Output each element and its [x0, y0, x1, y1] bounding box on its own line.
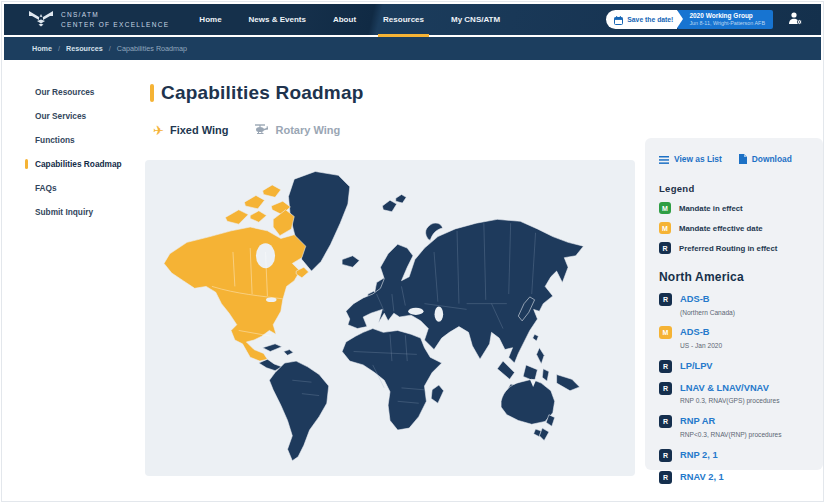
legend-list: M Mandate in effect M Mandate effective … — [659, 202, 809, 254]
page-title: Capabilities Roadmap — [161, 82, 364, 104]
capability-subtext: (Northern Canada) — [680, 308, 798, 318]
region-title: North America — [659, 270, 809, 284]
capability-badge: R — [659, 415, 672, 428]
capability-link[interactable]: ADS-B — [680, 326, 798, 339]
download-label: Download — [752, 154, 792, 164]
brand-org: CNS/ATM — [61, 10, 169, 20]
air-force-logo-icon — [28, 8, 54, 32]
save-the-date-label: Save the date! — [627, 16, 673, 23]
breadcrumb-separator: / — [58, 44, 60, 53]
helicopter-icon — [254, 121, 269, 139]
capability-item: R LP/LPV — [659, 360, 809, 373]
page: CNS/ATM Center of Excellence Home News &… — [4, 4, 821, 499]
brand[interactable]: CNS/ATM Center of Excellence — [4, 8, 169, 32]
page-title-block: Capabilities Roadmap — [150, 82, 364, 104]
tab-rotary-wing[interactable]: Rotary Wing — [254, 121, 340, 139]
breadcrumb-separator: / — [109, 44, 111, 53]
tab-rotary-wing-label: Rotary Wing — [275, 124, 340, 136]
nav-item[interactable]: News & Events — [249, 4, 306, 35]
capability-link[interactable]: RNAV 2, 1 — [680, 471, 724, 484]
download-document-icon — [739, 150, 747, 168]
panel-actions: View as List Download — [659, 150, 809, 168]
tab-fixed-wing[interactable]: ✈ Fixed Wing — [153, 124, 228, 137]
nav-item[interactable]: Resources — [383, 4, 424, 35]
world-map — [145, 160, 635, 476]
working-group-title: 2020 Working Group — [689, 12, 765, 20]
sidebar-item[interactable]: Our Resources — [4, 80, 144, 104]
title-accent-bar — [150, 84, 154, 102]
sidebar-item[interactable]: FAQs — [4, 176, 144, 200]
capability-badge: R — [659, 293, 672, 306]
map-region-south-america — [269, 361, 328, 461]
map-region-africa — [342, 329, 442, 431]
breadcrumb-item[interactable]: Home — [32, 44, 52, 53]
capability-subtext: RNP<0.3, RNAV(RNP) procedures — [680, 430, 798, 440]
roadmap-side-panel: View as List Download Legend M Mandate i… — [645, 138, 823, 470]
capability-badge: R — [659, 449, 672, 462]
capability-badge: R — [659, 360, 672, 373]
airplane-icon: ✈ — [153, 124, 164, 137]
capability-item: M ADS-B US - Jan 2020 — [659, 326, 809, 350]
calendar-icon — [614, 11, 623, 29]
sidebar-item[interactable]: Our Services — [4, 104, 144, 128]
save-the-date-banner[interactable]: Save the date! 2020 Working Group Jun 8-… — [606, 10, 773, 29]
capability-link[interactable]: RNP AR — [680, 415, 798, 428]
nav-item[interactable]: Home — [199, 4, 221, 35]
capability-item: R RNP 2, 1 — [659, 449, 809, 462]
capability-link[interactable]: ADS-B — [680, 293, 798, 306]
capability-list: R ADS-B (Northern Canada) M ADS-B US - J… — [659, 293, 809, 484]
capability-item: R RNP AR RNP<0.3, RNAV(RNP) procedures — [659, 415, 809, 439]
legend-badge: R — [659, 242, 671, 254]
capability-item: R RNAV 2, 1 — [659, 471, 809, 484]
view-as-list-label: View as List — [674, 154, 722, 164]
capability-badge: R — [659, 382, 672, 395]
map-region-australia — [501, 379, 555, 424]
capability-link[interactable]: LP/LPV — [680, 360, 713, 373]
tab-fixed-wing-label: Fixed Wing — [170, 124, 229, 136]
breadcrumb-item[interactable]: Resources — [66, 44, 103, 53]
capability-item: R LNAV & LNAV/VNAV RNP 0.3, RNAV(GPS) pr… — [659, 382, 809, 406]
sidebar-item[interactable]: Submit Inquiry — [4, 200, 144, 224]
capability-item: R ADS-B (Northern Canada) — [659, 293, 809, 317]
capability-link[interactable]: LNAV & LNAV/VNAV — [680, 382, 798, 395]
nav-item[interactable]: My CNS/ATM — [451, 4, 500, 35]
capability-badge: R — [659, 471, 672, 484]
world-map-container — [145, 160, 635, 476]
legend-item: M Mandate in effect — [659, 202, 809, 214]
map-region-north-america[interactable] — [164, 185, 309, 361]
working-group-subtitle: Jun 8-11, Wright-Patterson AFB — [689, 20, 765, 27]
content-area: Our Resources Our Services Functions Cap… — [4, 60, 821, 497]
legend-badge: M — [659, 202, 671, 214]
sidebar: Our Resources Our Services Functions Cap… — [4, 60, 144, 224]
breadcrumb-item[interactable]: Capabilities Roadmap — [117, 44, 187, 53]
legend-item: R Preferred Routing in effect — [659, 242, 809, 254]
download-button[interactable]: Download — [739, 150, 792, 168]
nav-item[interactable]: About — [333, 4, 356, 35]
user-account-button[interactable] — [787, 11, 803, 29]
wing-tabs: ✈ Fixed Wing Rotary Wing — [153, 121, 340, 139]
top-navigation: CNS/ATM Center of Excellence Home News &… — [4, 4, 821, 37]
legend-item-label: Preferred Routing in effect — [679, 244, 777, 253]
sidebar-item[interactable]: Functions — [4, 128, 144, 152]
save-the-date-button[interactable]: Save the date! — [606, 10, 677, 29]
legend-item: M Mandate effective date — [659, 222, 809, 234]
legend-item-label: Mandate in effect — [679, 204, 743, 213]
nav-links: Home News & Events About Resources My CN… — [199, 4, 500, 35]
working-group-badge[interactable]: 2020 Working Group Jun 8-11, Wright-Patt… — [677, 10, 773, 29]
list-icon — [659, 150, 669, 168]
capability-link[interactable]: RNP 2, 1 — [680, 449, 718, 462]
brand-suborg: Center of Excellence — [61, 20, 169, 30]
user-gear-icon — [787, 11, 803, 29]
view-as-list-button[interactable]: View as List — [659, 150, 722, 168]
sidebar-item[interactable]: Capabilities Roadmap — [4, 152, 144, 176]
capability-subtext: US - Jan 2020 — [680, 341, 798, 351]
capability-subtext: RNP 0.3, RNAV(GPS) procedures — [680, 396, 798, 406]
capability-badge: M — [659, 326, 672, 339]
brand-text: CNS/ATM Center of Excellence — [61, 10, 169, 30]
legend-title: Legend — [659, 183, 809, 194]
breadcrumb: Home / Resources / Capabilities Roadmap … — [4, 37, 821, 60]
legend-badge: M — [659, 222, 671, 234]
legend-item-label: Mandate effective date — [679, 224, 763, 233]
